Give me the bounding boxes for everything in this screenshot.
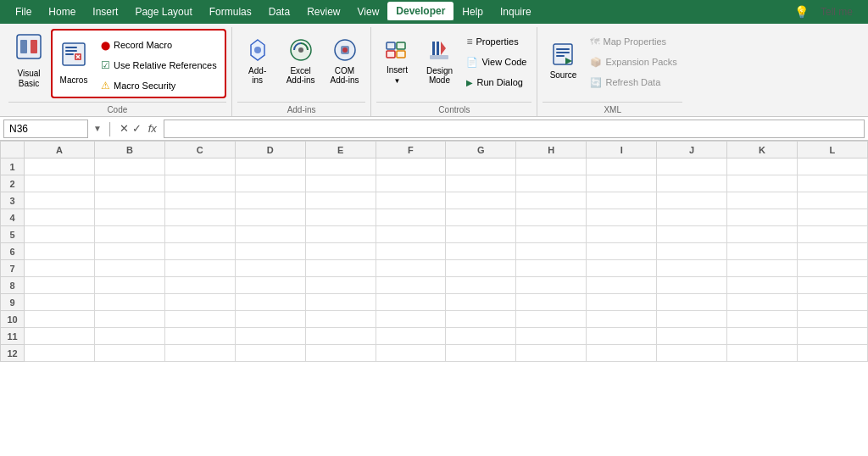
cell-B4[interactable]	[94, 209, 164, 226]
cell-E11[interactable]	[305, 328, 376, 345]
col-header-k[interactable]: K	[727, 142, 798, 158]
col-header-c[interactable]: C	[164, 142, 235, 158]
cell-G2[interactable]	[446, 175, 516, 192]
confirm-formula-icon[interactable]: ✓	[132, 122, 142, 135]
cell-D2[interactable]	[235, 175, 305, 192]
formula-input[interactable]	[164, 120, 865, 138]
cell-D3[interactable]	[235, 192, 305, 209]
cell-I1[interactable]	[587, 158, 657, 175]
cell-J12[interactable]	[657, 345, 727, 362]
cell-E10[interactable]	[305, 311, 376, 328]
cell-C2[interactable]	[164, 175, 235, 192]
cell-L4[interactable]	[797, 209, 867, 226]
cell-B9[interactable]	[94, 294, 164, 311]
tell-me-box[interactable]: Tell me	[812, 6, 861, 18]
cell-B12[interactable]	[94, 345, 164, 362]
cell-J2[interactable]	[657, 175, 727, 192]
cell-H2[interactable]	[516, 175, 587, 192]
cell-B8[interactable]	[94, 277, 164, 294]
cell-K4[interactable]	[727, 209, 798, 226]
cell-G1[interactable]	[446, 158, 516, 175]
cell-G4[interactable]	[446, 209, 516, 226]
cell-F12[interactable]	[376, 345, 446, 362]
cell-H12[interactable]	[516, 345, 587, 362]
cell-I9[interactable]	[587, 294, 657, 311]
cancel-formula-icon[interactable]: ✕	[120, 122, 129, 135]
menu-view[interactable]: View	[349, 3, 388, 21]
cell-B10[interactable]	[94, 311, 164, 328]
cell-J7[interactable]	[657, 260, 727, 277]
cell-L12[interactable]	[797, 345, 867, 362]
cell-A10[interactable]	[25, 311, 95, 328]
cell-F2[interactable]	[376, 175, 446, 192]
menu-data[interactable]: Data	[260, 3, 298, 21]
cell-K9[interactable]	[727, 294, 798, 311]
cell-A9[interactable]	[25, 294, 95, 311]
cell-D7[interactable]	[235, 260, 305, 277]
cell-B11[interactable]	[94, 328, 164, 345]
cell-E6[interactable]	[305, 243, 376, 260]
cell-B2[interactable]	[94, 175, 164, 192]
cell-H3[interactable]	[516, 192, 587, 209]
cell-E2[interactable]	[305, 175, 376, 192]
cell-D10[interactable]	[235, 311, 305, 328]
menu-developer[interactable]: Developer	[387, 2, 453, 22]
cell-F6[interactable]	[376, 243, 446, 260]
row-header-9[interactable]: 9	[1, 294, 25, 311]
col-header-f[interactable]: F	[376, 142, 446, 158]
cell-D11[interactable]	[235, 328, 305, 345]
cell-B7[interactable]	[94, 260, 164, 277]
cell-A1[interactable]	[25, 158, 95, 175]
cell-G3[interactable]	[446, 192, 516, 209]
cell-H10[interactable]	[516, 311, 587, 328]
cell-G9[interactable]	[446, 294, 516, 311]
cell-G8[interactable]	[446, 277, 516, 294]
col-header-i[interactable]: I	[587, 142, 657, 158]
cell-D1[interactable]	[235, 158, 305, 175]
cell-K10[interactable]	[727, 311, 798, 328]
cell-D4[interactable]	[235, 209, 305, 226]
cell-C6[interactable]	[164, 243, 235, 260]
cell-F9[interactable]	[376, 294, 446, 311]
cell-I3[interactable]	[587, 192, 657, 209]
cell-H4[interactable]	[516, 209, 587, 226]
cell-E12[interactable]	[305, 345, 376, 362]
cell-G5[interactable]	[446, 226, 516, 243]
col-header-j[interactable]: J	[657, 142, 727, 158]
cell-L7[interactable]	[797, 260, 867, 277]
cell-H1[interactable]	[516, 158, 587, 175]
cell-I12[interactable]	[587, 345, 657, 362]
cell-K7[interactable]	[727, 260, 798, 277]
menu-formulas[interactable]: Formulas	[201, 3, 260, 21]
add-ins-button[interactable]: Add-ins	[237, 29, 278, 93]
row-header-3[interactable]: 3	[1, 192, 25, 209]
cell-J4[interactable]	[657, 209, 727, 226]
cell-C12[interactable]	[164, 345, 235, 362]
name-box[interactable]: N36	[3, 120, 88, 138]
cell-K12[interactable]	[727, 345, 798, 362]
menu-insert[interactable]: Insert	[84, 3, 126, 21]
cell-C11[interactable]	[164, 328, 235, 345]
row-header-7[interactable]: 7	[1, 260, 25, 277]
col-header-b[interactable]: B	[94, 142, 164, 158]
cell-G11[interactable]	[446, 328, 516, 345]
cell-A8[interactable]	[25, 277, 95, 294]
cell-H8[interactable]	[516, 277, 587, 294]
cell-K3[interactable]	[727, 192, 798, 209]
col-header-a[interactable]: A	[25, 142, 95, 158]
cell-C10[interactable]	[164, 311, 235, 328]
row-header-1[interactable]: 1	[1, 158, 25, 175]
cell-E3[interactable]	[305, 192, 376, 209]
row-header-6[interactable]: 6	[1, 243, 25, 260]
visual-basic-button[interactable]: VisualBasic	[8, 29, 49, 93]
cell-B6[interactable]	[94, 243, 164, 260]
cell-D6[interactable]	[235, 243, 305, 260]
col-header-l[interactable]: L	[797, 142, 867, 158]
col-header-h[interactable]: H	[516, 142, 587, 158]
row-header-2[interactable]: 2	[1, 175, 25, 192]
cell-A2[interactable]	[25, 175, 95, 192]
cell-F7[interactable]	[376, 260, 446, 277]
cell-L5[interactable]	[797, 226, 867, 243]
cell-C7[interactable]	[164, 260, 235, 277]
run-dialog-button[interactable]: ▶ Run Dialog	[461, 73, 531, 92]
